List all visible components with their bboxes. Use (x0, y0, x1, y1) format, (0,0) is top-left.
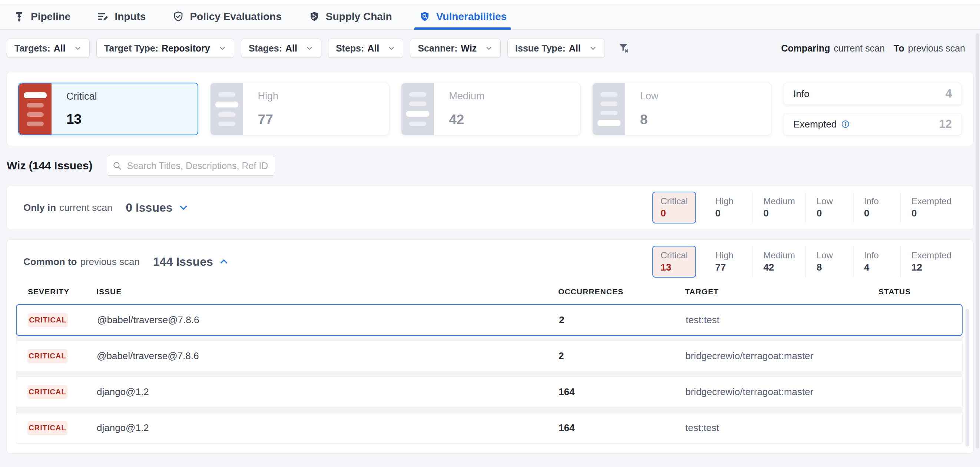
filter-targets[interactable]: Targets: All (7, 38, 90, 58)
chip-medium[interactable]: Medium 0 (752, 192, 805, 223)
severity-card-label: Critical (66, 91, 197, 102)
severity-level-icon (19, 83, 51, 135)
chip-exempted[interactable]: Exempted 0 (900, 192, 962, 223)
severity-card-count: 42 (449, 112, 464, 127)
group-issues-toggle[interactable]: 144 Issues (153, 255, 229, 269)
scanner-title: Wiz (144 Issues) (7, 159, 93, 172)
clear-filters-button[interactable] (615, 40, 632, 57)
severity-badge: CRITICAL (27, 349, 67, 363)
chevron-down-icon (178, 202, 189, 213)
info-card-count: 4 (945, 87, 952, 100)
chevron-down-icon (74, 44, 82, 52)
tab-inputs[interactable]: Inputs (97, 5, 146, 29)
severity-card-count: 77 (258, 112, 273, 127)
page-scrollbar[interactable] (975, 33, 979, 448)
filter-stages[interactable]: Stages: All (241, 38, 321, 58)
chip-high[interactable]: High 77 (705, 246, 752, 277)
page: { "tabs": [ { "label": "Pipeline", "icon… (0, 0, 980, 467)
table-row[interactable]: CRITICAL django@1.2 164 bridgecrewio/ter… (16, 376, 963, 408)
tab-label: Supply Chain (326, 11, 392, 22)
chip-low[interactable]: Low 0 (805, 192, 853, 223)
info-card[interactable]: Info 4 (783, 83, 962, 105)
issue-cell: django@1.2 (97, 386, 558, 398)
severity-badge: CRITICAL (28, 313, 68, 327)
col-status: STATUS (878, 287, 963, 296)
table-row[interactable]: CRITICAL @babel/traverse@7.8.6 2 test:te… (16, 304, 963, 336)
issue-cell: @babel/traverse@7.8.6 (97, 314, 559, 326)
issues-table: SEVERITY ISSUE OCCURRENCES TARGET STATUS… (7, 284, 973, 453)
tab-supply-chain[interactable]: Supply Chain (309, 5, 392, 29)
chip-critical[interactable]: Critical 0 (652, 192, 696, 224)
chip-high[interactable]: High 0 (705, 192, 752, 223)
col-target: TARGET (685, 287, 878, 296)
tab-pipeline[interactable]: Pipeline (13, 5, 70, 29)
severity-card-count: 8 (640, 112, 648, 127)
comparing-label: Comparingcurrent scanToprevious scan (781, 43, 969, 54)
filter-steps[interactable]: Steps: All (328, 38, 403, 58)
table-row[interactable]: CRITICAL django@1.2 164 test:test (16, 412, 963, 444)
exempted-card[interactable]: Exempted 12 (783, 113, 962, 135)
group-prefix: Only in (23, 202, 56, 213)
group-prefix: Common to (23, 256, 77, 268)
chip-low[interactable]: Low 8 (805, 246, 853, 277)
chevron-down-icon (218, 44, 226, 52)
exempted-card-label: Exempted (793, 119, 837, 130)
severity-card-high[interactable]: High 77 (210, 83, 390, 135)
scanner-section-header: Wiz (144 Issues) (7, 146, 973, 185)
chip-medium[interactable]: Medium 42 (752, 246, 805, 277)
table-body: CRITICAL @babel/traverse@7.8.6 2 test:te… (16, 304, 963, 444)
tab-label: Policy Evaluations (190, 11, 281, 22)
filter-target-type[interactable]: Target Type: Repository (96, 38, 234, 58)
search-input[interactable] (126, 160, 269, 172)
supply-chain-icon (309, 11, 320, 22)
tab-label: Pipeline (31, 11, 70, 22)
group-issues-toggle[interactable]: 0 Issues (126, 201, 189, 214)
info-icon (841, 120, 850, 129)
group-scope: previous scan (80, 256, 139, 268)
execution-tabs: Pipeline Inputs Policy Evaluations Suppl… (0, 5, 980, 30)
chip-exempted[interactable]: Exempted 12 (900, 246, 962, 277)
occurrences-cell: 2 (558, 350, 685, 362)
chevron-down-icon (387, 44, 396, 52)
severity-card-medium[interactable]: Medium 42 (401, 83, 581, 135)
group-common-to-previous-scan: Common to previous scan 144 Issues Criti… (7, 240, 973, 454)
exempted-card-count: 12 (939, 118, 951, 131)
group-only-in-current-scan: Only in current scan 0 Issues Critical 0… (7, 185, 973, 230)
severity-card-low[interactable]: Low 8 (592, 83, 772, 135)
filter-scanner[interactable]: Scanner: Wiz (410, 38, 501, 58)
occurrences-cell: 2 (559, 314, 686, 326)
inputs-icon (97, 11, 109, 22)
target-cell: test:test (686, 314, 879, 326)
chevron-down-icon (485, 44, 493, 52)
target-cell: test:test (685, 422, 879, 434)
severity-card-label: Low (640, 91, 771, 102)
chevron-up-icon (218, 256, 229, 267)
target-cell: bridgecrewio/terragoat:master (685, 350, 879, 362)
chip-info[interactable]: Info 4 (853, 246, 900, 277)
severity-summary-panel: Critical 13 High 77 Medium 42 (7, 72, 973, 146)
info-card-label: Info (793, 88, 809, 100)
filter-bar: Targets: All Target Type: Repository Sta… (0, 30, 980, 67)
tab-label: Vulnerabilities (436, 11, 507, 22)
pipeline-icon (13, 11, 25, 22)
severity-card-critical[interactable]: Critical 13 (18, 83, 198, 135)
col-occurrences: OCCURRENCES (558, 287, 685, 296)
target-cell: bridgecrewio/terragoat:master (685, 386, 879, 398)
filter-issue-type[interactable]: Issue Type: All (508, 38, 605, 58)
chip-critical[interactable]: Critical 13 (652, 246, 696, 278)
issue-search (107, 156, 274, 176)
severity-level-icon (401, 83, 434, 135)
chip-info[interactable]: Info 0 (853, 192, 900, 223)
table-row[interactable]: CRITICAL @babel/traverse@7.8.6 2 bridgec… (16, 340, 963, 372)
severity-badge: CRITICAL (27, 385, 67, 399)
chevron-down-icon (305, 44, 313, 52)
tab-vulnerabilities[interactable]: Vulnerabilities (419, 5, 507, 29)
policy-evaluations-icon (172, 11, 184, 22)
issue-cell: django@1.2 (97, 422, 558, 434)
tab-label: Inputs (115, 11, 146, 22)
tab-policy-evaluations[interactable]: Policy Evaluations (172, 5, 281, 29)
search-icon (112, 161, 122, 170)
filters: Targets: All Target Type: Repository Sta… (7, 38, 632, 58)
severity-card-count: 13 (66, 111, 81, 127)
table-scrollbar[interactable] (966, 309, 969, 446)
